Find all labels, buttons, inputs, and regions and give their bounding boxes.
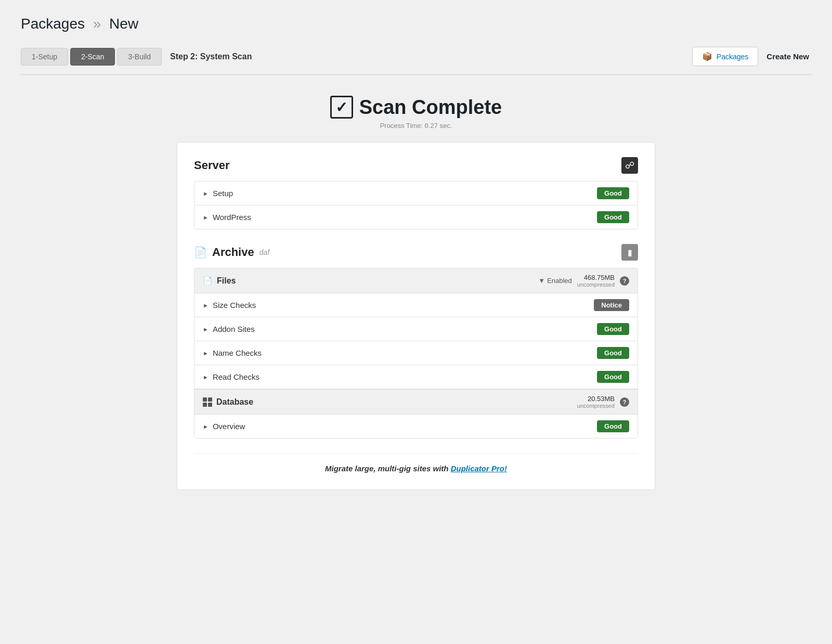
name-checks-label: Name Checks	[213, 349, 262, 357]
name-checks-arrow: ►	[203, 350, 209, 356]
setup-label: Setup	[213, 189, 233, 198]
overview-badge: Good	[597, 420, 629, 432]
server-section-header: Server ☍	[194, 157, 638, 174]
breadcrumb-separator: »	[93, 16, 101, 32]
addon-sites-label: Addon Sites	[213, 325, 255, 333]
server-title: Server	[194, 159, 230, 172]
archive-subtitle: daf	[259, 248, 269, 256]
promo-text: Migrate large, multi-gig sites with	[325, 464, 451, 473]
archive-icon: ▮	[628, 248, 632, 257]
top-nav: 1-Setup 2-Scan 3-Build Step 2: System Sc…	[21, 47, 811, 75]
read-checks-badge: Good	[597, 371, 629, 383]
overview-label: Overview	[213, 422, 245, 431]
database-icon	[203, 397, 212, 407]
addon-sites-badge: Good	[597, 323, 629, 335]
files-title-text: Files	[217, 276, 236, 286]
addon-sites-row[interactable]: ► Addon Sites Good	[194, 317, 638, 341]
database-header-row: Database 20.53MB uncompressed ?	[194, 389, 638, 415]
setup-row[interactable]: ► Setup Good	[194, 182, 638, 205]
files-size: 468.75MB	[577, 274, 615, 281]
files-title: 📄 Files	[203, 276, 236, 286]
database-title: Database	[203, 397, 253, 407]
breadcrumb-packages: Packages	[21, 16, 85, 32]
read-checks-label: Read Checks	[213, 372, 259, 381]
filter-label: ▼ Enabled	[538, 277, 572, 285]
breadcrumb-new: New	[109, 16, 138, 32]
database-help-icon[interactable]: ?	[620, 397, 629, 407]
server-icon-btn[interactable]: ☍	[621, 157, 638, 174]
files-icon: 📄	[203, 276, 213, 286]
wordpress-label: WordPress	[213, 213, 251, 222]
files-size-label: uncompressed	[577, 281, 615, 288]
overview-arrow: ►	[203, 423, 209, 430]
read-checks-arrow: ►	[203, 374, 209, 380]
packages-button-label: Packages	[717, 53, 748, 61]
addon-sites-arrow: ►	[203, 326, 209, 332]
step-label: Step 2: System Scan	[170, 52, 692, 61]
name-checks-row[interactable]: ► Name Checks Good	[194, 341, 638, 365]
setup-arrow: ►	[203, 190, 209, 197]
promo-link[interactable]: Duplicator Pro!	[451, 464, 507, 473]
create-new-button[interactable]: Create New	[764, 48, 811, 65]
database-title-text: Database	[216, 397, 253, 407]
page-title: Packages » New	[21, 16, 811, 32]
files-meta: 468.75MB uncompressed	[577, 274, 615, 288]
setup-badge: Good	[597, 187, 629, 199]
check-icon	[330, 96, 353, 119]
scan-complete-title: Scan Complete	[21, 96, 811, 119]
name-checks-badge: Good	[597, 347, 629, 359]
files-header-row: 📄 Files ▼ Enabled 468.75MB uncompressed …	[194, 268, 638, 293]
filter-icon: ▼	[538, 277, 545, 285]
archive-title-text: Archive	[212, 246, 254, 259]
database-meta: 20.53MB uncompressed	[577, 395, 615, 409]
database-size: 20.53MB	[577, 395, 615, 403]
server-icon: ☍	[625, 160, 634, 171]
wordpress-arrow: ►	[203, 214, 209, 221]
size-checks-label: Size Checks	[213, 301, 256, 310]
size-checks-row[interactable]: ► Size Checks Notice	[194, 293, 638, 317]
scan-complete-text: Scan Complete	[359, 96, 502, 119]
archive-rows: 📄 Files ▼ Enabled 468.75MB uncompressed …	[194, 268, 638, 439]
files-help-icon[interactable]: ?	[620, 276, 629, 286]
archive-icon-btn[interactable]: ▮	[621, 244, 638, 261]
scan-complete-header: Scan Complete Process Time: 0.27 sec.	[21, 96, 811, 130]
archive-file-icon: 📄	[194, 246, 207, 259]
database-size-label: uncompressed	[577, 403, 615, 409]
wordpress-badge: Good	[597, 211, 629, 223]
packages-icon: 📦	[702, 51, 712, 61]
server-rows: ► Setup Good ► WordPress Good	[194, 181, 638, 229]
size-checks-badge: Notice	[594, 299, 629, 311]
main-card: Server ☍ ► Setup Good ► WordPress Good	[177, 142, 655, 490]
step2-button[interactable]: 2-Scan	[70, 48, 115, 66]
nav-right: 📦 Packages Create New	[692, 47, 811, 66]
packages-button[interactable]: 📦 Packages	[692, 47, 758, 66]
filter-text: Enabled	[547, 277, 572, 285]
overview-row[interactable]: ► Overview Good	[194, 415, 638, 438]
size-checks-arrow: ►	[203, 302, 209, 308]
server-title-text: Server	[194, 159, 230, 172]
read-checks-row[interactable]: ► Read Checks Good	[194, 365, 638, 389]
promo-footer: Migrate large, multi-gig sites with Dupl…	[194, 453, 638, 473]
archive-title: 📄 Archive daf	[194, 246, 269, 259]
archive-section-header: 📄 Archive daf ▮	[194, 244, 638, 261]
process-time: Process Time: 0.27 sec.	[21, 122, 811, 130]
wordpress-row[interactable]: ► WordPress Good	[194, 205, 638, 229]
step3-button[interactable]: 3-Build	[117, 48, 162, 66]
step1-button[interactable]: 1-Setup	[21, 48, 68, 66]
